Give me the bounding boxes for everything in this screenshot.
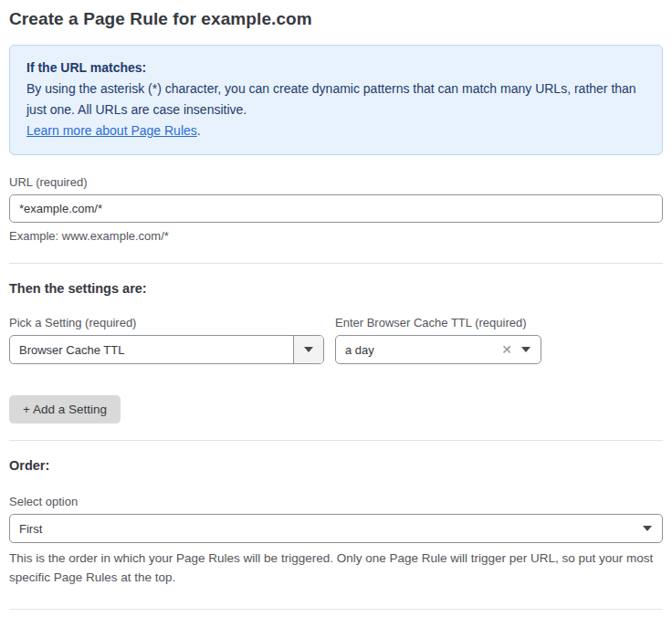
settings-section-heading: Then the settings are: [9, 281, 663, 296]
pick-setting-column: Pick a Setting (required) Browser Cache … [9, 296, 324, 364]
page-title: Create a Page Rule for example.com [9, 9, 663, 29]
url-example-helper: Example: www.example.com/* [9, 229, 663, 243]
ttl-value: a day [336, 343, 498, 357]
order-select[interactable]: First [9, 514, 663, 543]
settings-row: Pick a Setting (required) Browser Cache … [9, 296, 663, 364]
info-box-body: By using the asterisk (*) character, you… [26, 78, 646, 120]
chevron-down-icon[interactable] [293, 336, 323, 363]
link-suffix: . [197, 123, 201, 138]
divider [9, 263, 663, 264]
ttl-select[interactable]: a day ✕ [335, 335, 541, 364]
divider [9, 440, 663, 441]
ttl-column: Enter Browser Cache TTL (required) a day… [335, 296, 541, 364]
url-input[interactable] [9, 194, 663, 223]
pick-setting-value: Browser Cache TTL [10, 343, 293, 357]
order-select-label: Select option [9, 495, 663, 508]
url-match-info-box: If the URL matches: By using the asteris… [9, 45, 663, 155]
add-setting-button[interactable]: + Add a Setting [9, 395, 121, 424]
order-section-heading: Order: [9, 458, 663, 473]
chevron-down-icon[interactable] [643, 526, 662, 531]
info-box-link-line: Learn more about Page Rules. [26, 120, 646, 141]
divider [9, 609, 663, 610]
info-box-heading: If the URL matches: [26, 58, 646, 78]
learn-more-link[interactable]: Learn more about Page Rules [26, 123, 197, 138]
chevron-down-icon[interactable] [521, 347, 541, 352]
clear-icon[interactable]: ✕ [498, 343, 521, 356]
order-value: First [10, 522, 643, 536]
page-rule-form: Create a Page Rule for example.com If th… [0, 0, 672, 617]
pick-setting-label: Pick a Setting (required) [9, 316, 324, 329]
url-field-label: URL (required) [9, 175, 663, 189]
order-helper-text: This is the order in which your Page Rul… [9, 549, 663, 587]
ttl-label: Enter Browser Cache TTL (required) [335, 316, 541, 329]
pick-setting-select[interactable]: Browser Cache TTL [9, 335, 324, 364]
